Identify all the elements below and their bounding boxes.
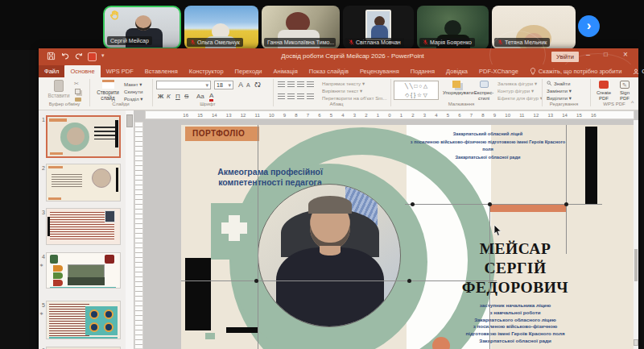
underline-button[interactable]: П <box>175 93 180 100</box>
share-button[interactable]: Спільний доступ <box>627 65 644 77</box>
redo-icon[interactable] <box>74 52 84 60</box>
shape-effects-button[interactable]: Ефекти для фігур ▾ <box>497 95 543 101</box>
participant-tile-olha[interactable]: Ольга Омельчук <box>184 6 258 49</box>
slide-orange-dot <box>432 337 450 349</box>
tab-transitions[interactable]: Переходи <box>229 65 268 77</box>
layout-button[interactable]: Макет ▾ <box>124 81 142 87</box>
numbering-button[interactable] <box>287 81 295 88</box>
slide-orange-bar[interactable] <box>489 205 566 212</box>
strikethrough-button[interactable]: S <box>184 93 188 100</box>
selection-handle[interactable] <box>411 202 415 206</box>
ribbon-tab-row: Файл Основне WPS PDF Вставлення Конструк… <box>39 64 638 77</box>
reset-button[interactable]: Скинути <box>124 89 142 94</box>
title-bar: ▾ Досвід роботи Сергій Мейсар 2026 - Pow… <box>39 48 638 64</box>
slide-thumbnail-4[interactable] <box>46 252 121 289</box>
section-button[interactable]: Розділ ▾ <box>124 96 142 102</box>
find-button[interactable]: Знайти <box>547 81 570 86</box>
tab-wps-pdf[interactable]: WPS PDF <box>101 65 139 77</box>
tab-view[interactable]: Подання <box>405 65 440 77</box>
position-text[interactable]: заступник начальника ліцею з навчальної … <box>452 302 578 345</box>
selection-handle[interactable] <box>564 202 568 206</box>
slide-scrollbar-box[interactable] <box>634 339 638 346</box>
tab-insert[interactable]: Вставлення <box>139 65 184 77</box>
next-participants-button[interactable]: › <box>578 15 600 37</box>
indent-decrease-button[interactable] <box>297 81 304 88</box>
justify-button[interactable] <box>307 93 314 100</box>
shape-outline-button[interactable]: Контур фігури ▾ <box>497 88 534 93</box>
arrange-button[interactable]: Упорядкувати <box>443 81 470 96</box>
restore-button[interactable]: □ <box>604 51 608 58</box>
wps-addin-icon[interactable] <box>88 52 97 61</box>
create-pdf-button[interactable]: Create PDF <box>594 81 613 101</box>
align-left-button[interactable] <box>278 93 285 100</box>
tab-home[interactable]: Основне <box>64 65 100 77</box>
portfolio-tag[interactable]: ПОРТФОЛІО <box>185 127 259 141</box>
selection-handle[interactable] <box>488 202 492 206</box>
slide-thumbnail-5[interactable] <box>46 301 121 339</box>
collapse-ribbon-button[interactable]: ^ <box>631 100 634 106</box>
qat-more-button[interactable]: ▾ <box>101 52 105 59</box>
profile-photo[interactable] <box>258 184 401 327</box>
school-name-text[interactable]: Закарпатський обласний ліцей з посиленою… <box>409 131 567 161</box>
slide-scrollbar-thumb[interactable] <box>634 249 638 281</box>
selection-handle[interactable] <box>254 279 258 283</box>
slide-black-strip[interactable] <box>226 327 258 333</box>
shapes-gallery[interactable]: ╲ ╲ □ ○ △ ◇ { } ☆ ▽ <box>394 81 439 100</box>
font-size-combo[interactable]: 18▾ <box>214 81 233 89</box>
convert-smartart-button[interactable]: Перетворити на об'єкт Sm... <box>322 95 387 101</box>
tab-file[interactable]: Файл <box>39 65 64 77</box>
cut-icon[interactable]: ✂ <box>74 81 79 87</box>
grow-font-icon[interactable]: A <box>238 81 243 89</box>
person-name-text[interactable]: МЕЙСАР СЕРГІЙ ФЕДОРОВИЧ <box>455 239 576 297</box>
align-center-button[interactable] <box>287 93 295 100</box>
indent-increase-button[interactable] <box>307 81 314 88</box>
undo-icon[interactable] <box>60 52 70 60</box>
align-text-button[interactable]: Вирівняти текст ▾ <box>322 88 362 93</box>
panel-scrollbar-thumb[interactable] <box>126 114 133 127</box>
quick-styles-button[interactable]: Експрес-стилі <box>472 81 496 101</box>
tab-review[interactable]: Рецензування <box>354 65 405 77</box>
slide-thumbnail-3[interactable] <box>46 208 121 245</box>
paste-button[interactable]: Вставити <box>47 80 71 98</box>
tab-help[interactable]: Довідка <box>440 65 473 77</box>
italic-button[interactable]: К <box>167 93 171 100</box>
close-button[interactable]: × <box>623 50 628 59</box>
participant-tile-serhii[interactable]: Сергій Мейсар <box>103 6 181 49</box>
save-icon[interactable] <box>47 52 56 60</box>
bold-button[interactable]: Ж <box>158 93 163 100</box>
font-name-combo[interactable]: ▾ <box>156 81 211 89</box>
sign-in-button[interactable]: Увійти <box>551 52 579 62</box>
font-color-button[interactable]: А <box>209 93 213 102</box>
slide-thumbnail-2[interactable] <box>46 164 121 202</box>
shape-fill-button[interactable]: Заливка фігури ▾ <box>497 81 537 86</box>
sign-pdf-button[interactable]: ✎ Sign PDF <box>615 81 634 101</box>
slide-thumbnail-1[interactable] <box>46 115 121 158</box>
participant-tile-maria[interactable]: Марія Бояренко <box>417 6 489 49</box>
participant-tile-svitlana[interactable]: Світлана Мовчан <box>343 6 414 49</box>
slide-canvas: ПОРТФОЛІО Акмеограма професійної компете… <box>181 125 634 349</box>
new-slide-button[interactable]: Створити слайд <box>93 80 122 101</box>
copy-icon[interactable] <box>75 89 80 94</box>
clear-format-icon[interactable]: 🗘 <box>254 81 261 89</box>
shrink-font-icon[interactable]: A <box>246 82 250 88</box>
align-right-button[interactable] <box>297 93 304 100</box>
selection-handle[interactable] <box>407 279 411 283</box>
tab-slideshow[interactable]: Показ слайдів <box>303 65 354 77</box>
minimize-button[interactable]: – <box>586 51 590 59</box>
bullets-button[interactable] <box>278 81 285 88</box>
tell-me-box[interactable]: Скажіть, що потрібно зробити <box>524 65 628 77</box>
tab-pdf-xchange[interactable]: PDF-XChange <box>473 65 524 77</box>
sign-pdf-icon: ✎ <box>620 81 630 89</box>
slide-scrollbar[interactable] <box>634 120 638 349</box>
text-direction-button[interactable]: Напрямок тексту ▾ <box>322 81 365 86</box>
tab-animations[interactable]: Анімація <box>268 65 303 77</box>
muted-mic-icon <box>190 39 196 45</box>
panel-scrollbar[interactable] <box>126 110 134 349</box>
slide-black-bar-right[interactable] <box>585 127 597 204</box>
replace-button[interactable]: Замінити ▾ <box>547 88 572 93</box>
slide-black-bar-left[interactable] <box>185 258 211 330</box>
participant-tile-hanna[interactable]: Ганна Миколаївна Тимо... <box>262 6 340 49</box>
select-button[interactable]: Виділити ▾ <box>547 95 572 101</box>
tab-design[interactable]: Конструктор <box>184 65 229 77</box>
change-case-button[interactable]: Aa <box>196 93 204 100</box>
